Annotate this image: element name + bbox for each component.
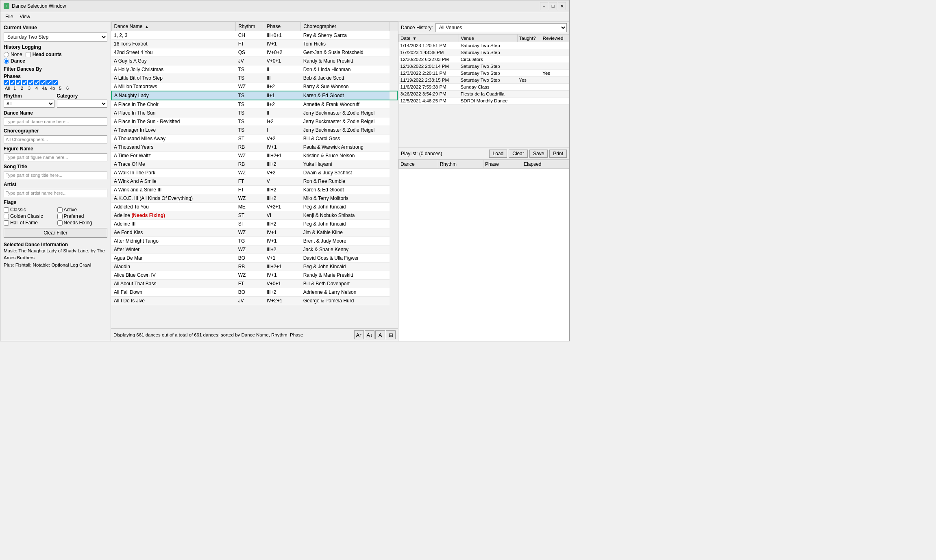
col-choreographer[interactable]: Choreographer: [301, 22, 390, 31]
history-row[interactable]: 12/3/2022 2:20:11 PMSaturday Two StepYes: [399, 70, 569, 77]
table-row[interactable]: A Place In The ChoirTSII+2Annette & Fran…: [111, 100, 398, 109]
clear-filter-button[interactable]: Clear Filter: [4, 228, 107, 238]
choreographer-input[interactable]: [4, 135, 107, 143]
phase-cb-all[interactable]: [4, 80, 9, 85]
table-row[interactable]: A Guy Is A GuyJVV+0+1Randy & Marie Presk…: [111, 57, 398, 65]
flag-classic-checkbox[interactable]: [4, 207, 9, 213]
table-row[interactable]: Adeline (Needs Fixing)STVIKenji & Nobuko…: [111, 211, 398, 220]
table-row[interactable]: A.K.O.E. III (All Kinds Of Everything)WZ…: [111, 194, 398, 203]
venue-dropdown[interactable]: Saturday Two Step: [4, 32, 107, 42]
table-row[interactable]: Adeline IIISTIII+2Peg & John Kincaid: [111, 220, 398, 228]
playlist-load-button[interactable]: Load: [489, 150, 507, 158]
phase-cb-4a[interactable]: [34, 80, 39, 85]
history-row[interactable]: 12/5/2021 4:46:25 PMSDRDI Monthly Dance: [399, 98, 569, 104]
copy-button[interactable]: ⊞: [386, 330, 396, 339]
font-button[interactable]: A: [375, 330, 385, 339]
table-row[interactable]: Ae Fond KissWZIV+1Jim & Kathie Kline: [111, 228, 398, 237]
col-rhythm[interactable]: Rhythm: [236, 22, 264, 31]
table-row[interactable]: Alice Blue Gown IVWZIV+1Randy & Marie Pr…: [111, 271, 398, 280]
history-venue-dropdown[interactable]: All Venues: [435, 23, 567, 32]
table-row[interactable]: 1, 2, 3CHIII+0+1Rey & Sherry Garza: [111, 31, 398, 40]
head-counts-checkbox[interactable]: [26, 52, 31, 57]
table-row[interactable]: A Thousand Miles AwaySTV+2Bill & Carol G…: [111, 135, 398, 143]
col-phase[interactable]: Phase: [264, 22, 301, 31]
flag-golden-classic-checkbox[interactable]: [4, 214, 9, 219]
artist-input[interactable]: [4, 189, 107, 197]
phase-cell: IV+1: [264, 143, 301, 152]
rhythm-cell: FT: [236, 40, 264, 48]
table-row[interactable]: AladdinRBIII+2+1Peg & John Kincaid: [111, 263, 398, 271]
col-dance-name[interactable]: Dance Name ▲: [111, 22, 236, 31]
table-row[interactable]: A Wink And A SmileFTVRon & Ree Rumble: [111, 177, 398, 186]
none-label: None: [11, 52, 22, 57]
flag-hall-of-fame-checkbox[interactable]: [4, 220, 9, 226]
minimize-button[interactable]: −: [540, 2, 548, 10]
close-button[interactable]: ✕: [558, 2, 566, 10]
history-col-reviewed[interactable]: Reviewed: [541, 35, 569, 42]
table-row[interactable]: 16 Tons FoxtrotFTIV+1Tom Hicks: [111, 40, 398, 48]
song-title-input[interactable]: [4, 171, 107, 179]
table-row[interactable]: A Little Bit of Two StepTSIIIBob & Jacki…: [111, 74, 398, 82]
dance-name-input[interactable]: [4, 117, 107, 126]
history-table-container[interactable]: Date ▼ Venue Taught? Reviewed 1/14/2023 …: [398, 34, 569, 148]
sort-za-button[interactable]: A↓: [365, 330, 374, 339]
maximize-button[interactable]: □: [549, 2, 557, 10]
table-row[interactable]: All About That BassFTV+0+1Bill & Beth Da…: [111, 280, 398, 288]
phase-cb-6[interactable]: [52, 80, 58, 85]
head-counts-row: Head counts: [26, 52, 62, 57]
history-row[interactable]: 3/26/2022 3:54:29 PMFiesta de la Cuadril…: [399, 91, 569, 98]
rhythm-select[interactable]: All: [4, 100, 54, 108]
table-row[interactable]: All I Do Is JiveJVIV+2+1George & Pamela …: [111, 297, 398, 305]
menu-file[interactable]: File: [2, 13, 16, 20]
table-row[interactable]: A Wink and a Smile IIIFTIII+2Karen & Ed …: [111, 186, 398, 194]
table-row[interactable]: Addicted To YouMEV+2+1Peg & John Kincaid: [111, 203, 398, 211]
table-row[interactable]: A Place In The Sun - RevisitedTSI+2Jerry…: [111, 117, 398, 126]
history-row[interactable]: 12/30/2022 6:22:03 PMCirculators: [399, 56, 569, 63]
selected-dance-info: Music: The Naughty Lady of Shady Lane, b…: [4, 247, 107, 269]
playlist-print-button[interactable]: Print: [549, 150, 567, 158]
table-row[interactable]: After WinterWZIII+2Jack & Sharie Kenny: [111, 245, 398, 254]
phase-cb-3[interactable]: [22, 80, 27, 85]
phase-cb-4b[interactable]: [40, 80, 46, 85]
phase-lbl-5: 5: [57, 86, 64, 91]
table-row[interactable]: A Teenager In LoveTSIJerry Buckmaster & …: [111, 126, 398, 135]
history-row[interactable]: 12/10/2022 2:01:14 PMSaturday Two Step: [399, 63, 569, 70]
table-row[interactable]: A Naughty LadyTSII+1Karen & Ed Gloodt: [111, 91, 398, 100]
table-row[interactable]: A Walk In The ParkWZV+2Dwain & Judy Sech…: [111, 169, 398, 177]
history-row[interactable]: 1/14/2023 1:20:51 PMSaturday Two Step: [399, 42, 569, 49]
history-row[interactable]: 11/19/2022 2:38:15 PMSaturday Two StepYe…: [399, 77, 569, 84]
table-row[interactable]: A Thousand YearsRBIV+1Paula & Warwick Ar…: [111, 143, 398, 152]
playlist-save-button[interactable]: Save: [529, 150, 548, 158]
playlist-clear-button[interactable]: Clear: [509, 150, 528, 158]
table-row[interactable]: A Holly Jolly ChristmasTSIIDon & Linda H…: [111, 65, 398, 74]
figure-name-input[interactable]: [4, 153, 107, 161]
history-col-taught[interactable]: Taught?: [517, 35, 541, 42]
phase-cb-4[interactable]: [28, 80, 33, 85]
history-col-venue[interactable]: Venue: [459, 35, 518, 42]
phase-cb-5[interactable]: [46, 80, 52, 85]
category-select[interactable]: [57, 100, 108, 108]
phase-cb-2[interactable]: [16, 80, 21, 85]
flag-needs-fixing-checkbox[interactable]: [57, 220, 63, 226]
phase-cb-1[interactable]: [10, 80, 15, 85]
menu-view[interactable]: View: [16, 13, 33, 20]
history-row[interactable]: 1/7/2023 1:43:38 PMSaturday Two Step: [399, 49, 569, 56]
radio-dance[interactable]: [4, 59, 9, 64]
table-row[interactable]: A Time For WaltzWZIII+2+1Kristine & Bruc…: [111, 152, 398, 160]
table-row[interactable]: A Trace Of MeRBIII+2Yuka Hayami: [111, 160, 398, 169]
history-col-date[interactable]: Date ▼: [399, 35, 459, 42]
flag-preferred-checkbox[interactable]: [57, 214, 63, 219]
table-row[interactable]: 42nd Street 4 YouQSIV+0+2Gert-Jan & Susi…: [111, 48, 398, 57]
sort-az-button[interactable]: A↑: [354, 330, 364, 339]
table-row[interactable]: All Fall DownBOIII+2Adrienne & Larry Nel…: [111, 288, 398, 297]
table-row[interactable]: A Place In The SunTSIIJerry Buckmaster &…: [111, 109, 398, 117]
radio-none[interactable]: [4, 52, 9, 57]
table-row[interactable]: After Midnight TangoTGIV+1Brent & Judy M…: [111, 237, 398, 245]
rhythm-category-row: Rhythm All Category: [4, 92, 107, 108]
dance-table-container[interactable]: Dance Name ▲ Rhythm Phase Choreographer …: [111, 22, 398, 328]
table-row[interactable]: A Million TomorrowsWZII+2Barry & Sue Won…: [111, 82, 398, 91]
flag-active-checkbox[interactable]: [57, 207, 63, 213]
playlist-col-rhythm: Rhythm: [438, 160, 483, 169]
table-row[interactable]: Agua De MarBOV+1David Goss & Ulla Figwer: [111, 254, 398, 263]
history-row[interactable]: 11/6/2022 7:59:38 PMSunday Class: [399, 84, 569, 91]
